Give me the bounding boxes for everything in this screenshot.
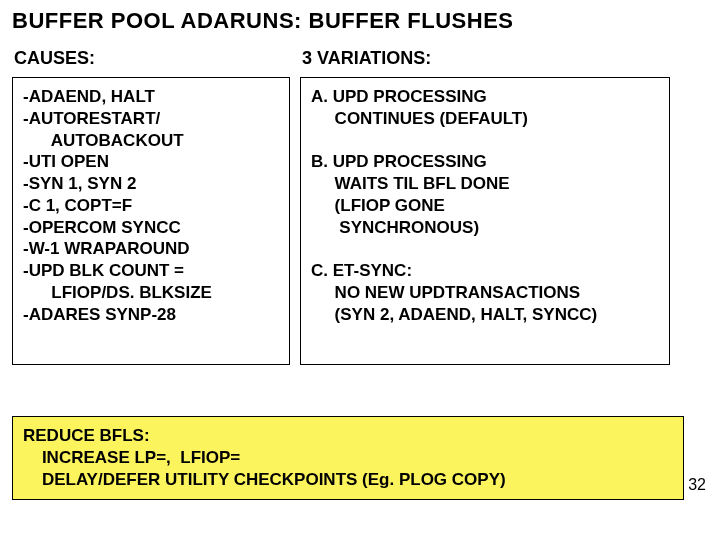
causes-box: -ADAEND, HALT -AUTORESTART/ AUTOBACKOUT … bbox=[12, 77, 290, 365]
reduce-bfls-box: REDUCE BFLS: INCREASE LP=, LFIOP= DELAY/… bbox=[12, 416, 684, 500]
column-variations: 3 VARIATIONS: A. UPD PROCESSING CONTINUE… bbox=[300, 48, 670, 365]
causes-heading: CAUSES: bbox=[14, 48, 290, 69]
page-number: 32 bbox=[688, 476, 706, 494]
page-title: BUFFER POOL ADARUNS: BUFFER FLUSHES bbox=[12, 8, 708, 34]
variations-box: A. UPD PROCESSING CONTINUES (DEFAULT) B.… bbox=[300, 77, 670, 365]
variations-heading: 3 VARIATIONS: bbox=[302, 48, 670, 69]
columns-wrap: CAUSES: -ADAEND, HALT -AUTORESTART/ AUTO… bbox=[12, 48, 708, 365]
column-causes: CAUSES: -ADAEND, HALT -AUTORESTART/ AUTO… bbox=[12, 48, 290, 365]
slide: BUFFER POOL ADARUNS: BUFFER FLUSHES CAUS… bbox=[0, 0, 720, 540]
